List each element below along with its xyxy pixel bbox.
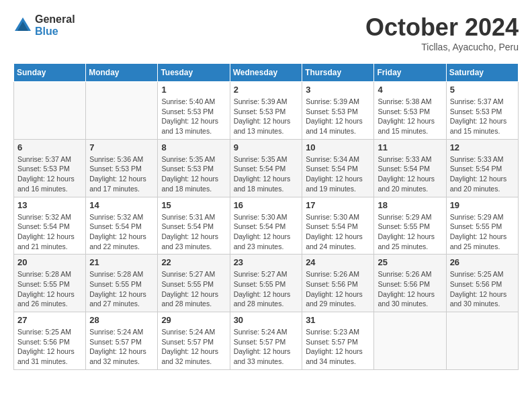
day-info: Sunrise: 5:27 AMSunset: 5:55 PMDaylight:…: [161, 269, 226, 309]
day-number: 14: [89, 200, 154, 210]
day-number: 2: [234, 85, 299, 95]
day-number: 23: [234, 257, 299, 267]
logo-text: General Blue: [35, 13, 75, 37]
weekday-header: Sunday: [14, 64, 86, 82]
day-number: 29: [161, 315, 226, 325]
month-title: October 2024: [365, 13, 519, 42]
day-number: 3: [306, 85, 370, 95]
calendar-cell: 13Sunrise: 5:32 AMSunset: 5:54 PMDayligh…: [14, 197, 86, 255]
calendar-cell: [86, 82, 158, 140]
title-block: October 2024 Ticllas, Ayacucho, Peru: [365, 13, 519, 52]
calendar-week-row: 6Sunrise: 5:37 AMSunset: 5:53 PMDaylight…: [14, 139, 519, 197]
calendar-cell: 25Sunrise: 5:26 AMSunset: 5:56 PMDayligh…: [374, 255, 446, 312]
weekday-header: Wednesday: [230, 64, 302, 82]
day-number: 24: [306, 257, 370, 267]
calendar-week-row: 20Sunrise: 5:28 AMSunset: 5:55 PMDayligh…: [14, 255, 519, 312]
calendar-table: SundayMondayTuesdayWednesdayThursdayFrid…: [13, 63, 519, 370]
day-info: Sunrise: 5:33 AMSunset: 5:54 PMDaylight:…: [450, 154, 515, 194]
day-number: 16: [234, 200, 299, 210]
day-info: Sunrise: 5:26 AMSunset: 5:56 PMDaylight:…: [378, 269, 442, 309]
calendar-cell: [14, 82, 86, 140]
day-info: Sunrise: 5:29 AMSunset: 5:55 PMDaylight:…: [378, 212, 442, 252]
calendar-cell: 10Sunrise: 5:34 AMSunset: 5:54 PMDayligh…: [302, 139, 374, 197]
day-info: Sunrise: 5:34 AMSunset: 5:54 PMDaylight:…: [306, 154, 370, 194]
day-info: Sunrise: 5:36 AMSunset: 5:53 PMDaylight:…: [89, 154, 154, 194]
calendar-cell: 26Sunrise: 5:25 AMSunset: 5:56 PMDayligh…: [446, 255, 518, 312]
day-number: 25: [378, 257, 442, 267]
day-info: Sunrise: 5:26 AMSunset: 5:56 PMDaylight:…: [306, 269, 370, 309]
day-info: Sunrise: 5:25 AMSunset: 5:56 PMDaylight:…: [450, 269, 515, 309]
day-number: 31: [306, 315, 370, 325]
calendar-cell: 15Sunrise: 5:31 AMSunset: 5:54 PMDayligh…: [158, 197, 230, 255]
calendar-cell: 31Sunrise: 5:23 AMSunset: 5:57 PMDayligh…: [302, 312, 374, 370]
calendar-cell: 11Sunrise: 5:33 AMSunset: 5:54 PMDayligh…: [374, 139, 446, 197]
calendar-week-row: 27Sunrise: 5:25 AMSunset: 5:56 PMDayligh…: [14, 312, 519, 370]
logo-icon: [13, 16, 32, 35]
day-number: 15: [161, 200, 226, 210]
calendar-cell: 24Sunrise: 5:26 AMSunset: 5:56 PMDayligh…: [302, 255, 374, 312]
day-info: Sunrise: 5:32 AMSunset: 5:54 PMDaylight:…: [17, 212, 82, 252]
weekday-header: Friday: [374, 64, 446, 82]
day-number: 22: [161, 257, 226, 267]
day-info: Sunrise: 5:24 AMSunset: 5:57 PMDaylight:…: [161, 327, 226, 367]
day-number: 18: [378, 200, 442, 210]
day-info: Sunrise: 5:39 AMSunset: 5:53 PMDaylight:…: [234, 97, 299, 136]
day-info: Sunrise: 5:37 AMSunset: 5:53 PMDaylight:…: [450, 97, 515, 136]
day-info: Sunrise: 5:30 AMSunset: 5:54 PMDaylight:…: [234, 212, 299, 252]
day-info: Sunrise: 5:37 AMSunset: 5:53 PMDaylight:…: [17, 154, 82, 194]
day-number: 6: [17, 142, 82, 152]
weekday-header: Thursday: [302, 64, 374, 82]
day-info: Sunrise: 5:23 AMSunset: 5:57 PMDaylight:…: [306, 327, 370, 367]
calendar-cell: 18Sunrise: 5:29 AMSunset: 5:55 PMDayligh…: [374, 197, 446, 255]
weekday-header-row: SundayMondayTuesdayWednesdayThursdayFrid…: [14, 64, 519, 82]
day-number: 26: [450, 257, 515, 267]
calendar-cell: 19Sunrise: 5:29 AMSunset: 5:55 PMDayligh…: [446, 197, 518, 255]
day-number: 10: [306, 142, 370, 152]
calendar-cell: 16Sunrise: 5:30 AMSunset: 5:54 PMDayligh…: [230, 197, 302, 255]
day-info: Sunrise: 5:33 AMSunset: 5:54 PMDaylight:…: [378, 154, 442, 194]
day-info: Sunrise: 5:28 AMSunset: 5:55 PMDaylight:…: [89, 269, 154, 309]
day-number: 12: [450, 142, 515, 152]
day-info: Sunrise: 5:30 AMSunset: 5:54 PMDaylight:…: [306, 212, 370, 252]
day-number: 11: [378, 142, 442, 152]
day-info: Sunrise: 5:39 AMSunset: 5:53 PMDaylight:…: [306, 97, 370, 136]
day-number: 5: [450, 85, 515, 95]
day-info: Sunrise: 5:40 AMSunset: 5:53 PMDaylight:…: [161, 97, 226, 136]
page-header: General Blue October 2024 Ticllas, Ayacu…: [13, 13, 519, 52]
calendar-cell: 29Sunrise: 5:24 AMSunset: 5:57 PMDayligh…: [158, 312, 230, 370]
day-number: 19: [450, 200, 515, 210]
weekday-header: Saturday: [446, 64, 518, 82]
logo-blue: Blue: [35, 26, 75, 38]
calendar-cell: [446, 312, 518, 370]
day-number: 27: [17, 315, 82, 325]
day-number: 8: [161, 142, 226, 152]
calendar-cell: 23Sunrise: 5:27 AMSunset: 5:55 PMDayligh…: [230, 255, 302, 312]
calendar-cell: 22Sunrise: 5:27 AMSunset: 5:55 PMDayligh…: [158, 255, 230, 312]
calendar-cell: 8Sunrise: 5:35 AMSunset: 5:53 PMDaylight…: [158, 139, 230, 197]
day-info: Sunrise: 5:31 AMSunset: 5:54 PMDaylight:…: [161, 212, 226, 252]
weekday-header: Monday: [86, 64, 158, 82]
calendar-week-row: 1Sunrise: 5:40 AMSunset: 5:53 PMDaylight…: [14, 82, 519, 140]
day-number: 1: [161, 85, 226, 95]
calendar-cell: 30Sunrise: 5:24 AMSunset: 5:57 PMDayligh…: [230, 312, 302, 370]
day-number: 13: [17, 200, 82, 210]
day-info: Sunrise: 5:35 AMSunset: 5:53 PMDaylight:…: [161, 154, 226, 194]
day-info: Sunrise: 5:24 AMSunset: 5:57 PMDaylight:…: [89, 327, 154, 367]
day-number: 9: [234, 142, 299, 152]
day-info: Sunrise: 5:24 AMSunset: 5:57 PMDaylight:…: [234, 327, 299, 367]
calendar-cell: 2Sunrise: 5:39 AMSunset: 5:53 PMDaylight…: [230, 82, 302, 140]
day-number: 20: [17, 257, 82, 267]
day-info: Sunrise: 5:38 AMSunset: 5:53 PMDaylight:…: [378, 97, 442, 136]
day-number: 4: [378, 85, 442, 95]
day-number: 28: [89, 315, 154, 325]
logo: General Blue: [13, 13, 75, 37]
calendar-cell: 28Sunrise: 5:24 AMSunset: 5:57 PMDayligh…: [86, 312, 158, 370]
calendar-week-row: 13Sunrise: 5:32 AMSunset: 5:54 PMDayligh…: [14, 197, 519, 255]
calendar-cell: 3Sunrise: 5:39 AMSunset: 5:53 PMDaylight…: [302, 82, 374, 140]
calendar-cell: 20Sunrise: 5:28 AMSunset: 5:55 PMDayligh…: [14, 255, 86, 312]
day-info: Sunrise: 5:29 AMSunset: 5:55 PMDaylight:…: [450, 212, 515, 252]
calendar-cell: 27Sunrise: 5:25 AMSunset: 5:56 PMDayligh…: [14, 312, 86, 370]
day-number: 30: [234, 315, 299, 325]
calendar-cell: 4Sunrise: 5:38 AMSunset: 5:53 PMDaylight…: [374, 82, 446, 140]
calendar-cell: 14Sunrise: 5:32 AMSunset: 5:54 PMDayligh…: [86, 197, 158, 255]
